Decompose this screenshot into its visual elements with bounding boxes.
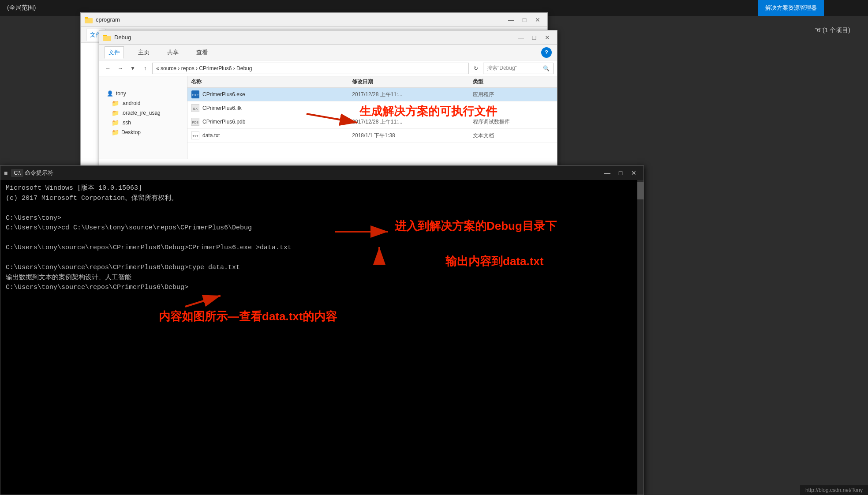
search-icon: 🔍 xyxy=(543,65,550,71)
search-box[interactable]: 搜索"Debug" 🔍 xyxy=(483,63,554,74)
cprogram-title: cprogram xyxy=(96,16,544,23)
cmd-line-1: Microsoft Windows [版本 10.0.15063] xyxy=(6,184,638,194)
debug-title: Debug xyxy=(114,34,554,41)
cmd-minimize-button[interactable]: — xyxy=(601,168,614,178)
cmd-line-blank2 xyxy=(6,233,638,244)
pdb-filename: CPrimerPlus6.pdb xyxy=(202,119,245,125)
user-icon xyxy=(106,90,113,97)
cmd-scrollbar[interactable] xyxy=(637,180,644,495)
debug-tab-share[interactable]: 共享 xyxy=(164,47,182,58)
cmd-line-6: C:\Users\tony\source\repos\CPrimerPlus6\… xyxy=(6,263,638,273)
cmd-line-4: C:\Users\tony>cd C:\Users\tony\source\re… xyxy=(6,223,638,233)
tree-android-label: .android xyxy=(121,100,140,106)
folder-icon-oracle xyxy=(112,109,119,116)
debug-maximize-button[interactable]: □ xyxy=(528,32,540,43)
cmd-line-blank3 xyxy=(6,253,638,263)
tree-item-android[interactable]: .android xyxy=(99,98,187,108)
svg-text:EXE: EXE xyxy=(192,93,199,97)
cprogram-win-controls: — □ ✕ xyxy=(505,15,544,25)
cmd-close-button[interactable]: ✕ xyxy=(628,168,640,178)
file-name-exe: EXE CPrimerPlus6.exe xyxy=(191,90,352,99)
back-button[interactable]: ← xyxy=(103,63,113,74)
file-name-ilk: ILK CPrimerPlus6.ilk xyxy=(191,104,352,112)
exe-icon: EXE xyxy=(191,90,200,99)
ilk-icon: ILK xyxy=(191,104,200,112)
help-button[interactable]: ? xyxy=(541,47,552,58)
search-placeholder: 搜索"Debug" xyxy=(487,64,517,72)
tree-desktop-label: Desktop xyxy=(121,129,141,135)
top-bar-right: 解决方案资源管理器 xyxy=(758,0,824,16)
file-list: 名称 修改日期 类型 EXE CPrimerPlus6.exe 2017/12/… xyxy=(187,76,557,159)
file-row-txt[interactable]: TXT data.txt 2018/1/1 下午1:38 文本文档 xyxy=(187,129,557,142)
file-name-txt: TXT data.txt xyxy=(191,131,352,140)
cmd-win-controls: — □ ✕ xyxy=(601,168,640,178)
debug-content: tony .android .oracle_jre_usag .ssh Desk… xyxy=(99,76,557,159)
file-row-ilk[interactable]: ILK CPrimerPlus6.ilk xyxy=(187,101,557,115)
file-row-pdb[interactable]: PDB CPrimerPlus6.pdb 2017/12/28 上午11:...… xyxy=(187,115,557,129)
bottom-bar: http://blog.csdn.net/Tony xyxy=(800,485,868,495)
address-text: « source › repos › CPrimerPlus6 › Debug xyxy=(156,65,252,71)
cmd-line-blank1 xyxy=(6,203,638,214)
debug-ribbon: 文件 主页 共享 查看 ? xyxy=(99,45,557,60)
cmd-icon: ■ xyxy=(4,169,7,176)
debug-close-button[interactable]: ✕ xyxy=(541,32,554,43)
tree-item-desktop[interactable]: Desktop xyxy=(99,128,187,137)
debug-tab-home[interactable]: 主页 xyxy=(135,47,153,58)
maximize-button[interactable]: □ xyxy=(518,15,531,25)
cmd-line-3: C:\Users\tony> xyxy=(6,214,638,224)
svg-rect-0 xyxy=(85,18,93,23)
up-button[interactable]: ↑ xyxy=(140,63,150,74)
cmd-content: Microsoft Windows [版本 10.0.15063] (c) 20… xyxy=(0,180,644,495)
txt-icon: TXT xyxy=(191,131,200,140)
cmd-label: C:\ xyxy=(11,169,23,177)
col-date-header: 修改日期 xyxy=(352,78,473,86)
tree-item-ssh[interactable]: .ssh xyxy=(99,118,187,128)
svg-rect-3 xyxy=(103,35,107,36)
svg-rect-2 xyxy=(103,36,111,41)
txt-date: 2018/1/1 下午1:38 xyxy=(352,132,473,139)
debug-minimize-button[interactable]: — xyxy=(515,32,527,43)
cprogram-titlebar: cprogram — □ ✕ xyxy=(81,13,547,27)
close-button[interactable]: ✕ xyxy=(531,15,544,25)
vs-hint: "6"(1 个项目) xyxy=(815,26,850,34)
file-name-pdb: PDB CPrimerPlus6.pdb xyxy=(191,117,352,126)
cmd-line-7: 输出数据到文本的案例架构设计、人工智能 xyxy=(6,273,638,283)
forward-button[interactable]: → xyxy=(115,63,126,74)
tree-ssh-label: .ssh xyxy=(121,120,131,126)
tree-tony-label: tony xyxy=(116,90,126,97)
folder-icon-debug xyxy=(103,33,112,42)
cmd-title: C:\ 命令提示符 xyxy=(11,169,640,177)
pdb-date: 2017/12/28 上午11:... xyxy=(352,118,473,126)
debug-tab-view[interactable]: 查看 xyxy=(193,47,211,58)
top-bar-left: (全局范围) xyxy=(7,4,36,12)
debug-win-controls: — □ ✕ xyxy=(515,32,554,43)
exe-type: 应用程序 xyxy=(473,91,554,98)
cmd-maximize-button[interactable]: □ xyxy=(614,168,627,178)
debug-titlebar: Debug — □ ✕ xyxy=(99,30,557,45)
cmd-window: ■ C:\ 命令提示符 — □ ✕ Microsoft Windows [版本 … xyxy=(0,165,644,495)
cmd-line-2: (c) 2017 Microsoft Corporation。保留所有权利。 xyxy=(6,194,638,204)
ilk-filename: CPrimerPlus6.ilk xyxy=(202,105,242,111)
cmd-titlebar: ■ C:\ 命令提示符 — □ ✕ xyxy=(0,166,644,180)
refresh-button[interactable]: ↻ xyxy=(471,63,481,74)
svg-rect-1 xyxy=(85,17,88,19)
dropdown-button[interactable]: ▼ xyxy=(127,63,138,74)
bottom-bar-text: http://blog.csdn.net/Tony xyxy=(805,487,863,493)
cmd-line-8: C:\Users\tony\source\repos\CPrimerPlus6\… xyxy=(6,283,638,293)
pdb-type: 程序调试数据库 xyxy=(473,118,554,126)
address-path[interactable]: « source › repos › CPrimerPlus6 › Debug xyxy=(152,63,469,74)
tree-pane: tony .android .oracle_jre_usag .ssh Desk… xyxy=(99,76,187,159)
txt-filename: data.txt xyxy=(202,132,220,139)
svg-text:TXT: TXT xyxy=(192,135,198,138)
file-row-exe[interactable]: EXE CPrimerPlus6.exe 2017/12/28 上午11:...… xyxy=(187,88,557,101)
file-list-header: 名称 修改日期 类型 xyxy=(187,76,557,88)
minimize-button[interactable]: — xyxy=(505,15,517,25)
tree-item-oracle[interactable]: .oracle_jre_usag xyxy=(99,108,187,118)
svg-text:PDB: PDB xyxy=(192,121,199,124)
debug-tab-file[interactable]: 文件 xyxy=(105,46,124,59)
txt-type: 文本文档 xyxy=(473,132,554,139)
tree-item-tony[interactable]: tony xyxy=(99,89,187,98)
cmd-scrollbar-thumb xyxy=(637,182,644,199)
folder-icon-ssh xyxy=(112,119,119,126)
folder-icon-desktop xyxy=(112,129,119,136)
